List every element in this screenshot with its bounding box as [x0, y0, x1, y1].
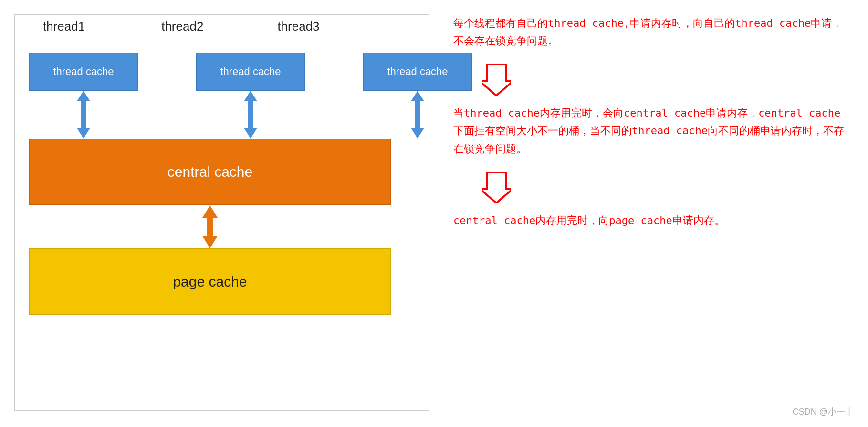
thread3-label: thread3 [277, 19, 319, 34]
red-arrow-1 [482, 64, 845, 96]
orange-arrow-container [29, 205, 391, 248]
thread-cache-box-1: thread cache [29, 53, 138, 91]
thread-labels: thread1 thread2 thread3 [29, 19, 420, 34]
central-cache-box: central cache [29, 139, 391, 205]
red-arrow-2 [482, 172, 845, 203]
thread1-label: thread1 [43, 19, 85, 34]
svg-marker-1 [482, 172, 511, 203]
red-down-arrow-icon-2 [482, 172, 511, 203]
thread2-label: thread2 [161, 19, 203, 34]
red-down-arrow-icon-1 [482, 64, 511, 96]
central-cache-description: 当thread cache内存用完时，会向central cache申请内存，c… [453, 104, 845, 158]
arrow-up-icon-1 [77, 91, 90, 101]
arrow-up-icon-3 [411, 91, 424, 101]
csdn-watermark: CSDN @小一丨 [793, 406, 854, 417]
arrow-down-icon-1 [77, 128, 90, 139]
thread-cache-description: 每个线程都有自己的thread cache,申请内存时，向自己的thread c… [453, 14, 845, 50]
thread-cache-box-2: thread cache [196, 53, 305, 91]
right-panel: 每个线程都有自己的thread cache,申请内存时，向自己的thread c… [453, 14, 845, 244]
arrow-down-icon-3 [411, 128, 424, 139]
text-section-3: central cache内存用完时，向page cache申请内存。 [453, 212, 845, 229]
page-cache-description: central cache内存用完时，向page cache申请内存。 [453, 212, 845, 229]
orange-arrow-down-icon [202, 236, 218, 248]
text-section-1: 每个线程都有自己的thread cache,申请内存时，向自己的thread c… [453, 14, 845, 50]
blue-arrows [29, 91, 472, 139]
thread-caches: thread cache thread cache thread cache [29, 53, 472, 91]
text-section-2: 当thread cache内存用完时，会向central cache申请内存，c… [453, 104, 845, 158]
arrow-down-icon-2 [244, 128, 257, 139]
blue-arrow-1 [29, 91, 138, 139]
blue-arrow-2 [196, 91, 305, 139]
orange-arrow-up-icon [202, 205, 218, 218]
page-cache-box: page cache [29, 248, 391, 315]
svg-marker-0 [482, 64, 511, 96]
arrow-up-icon-2 [244, 91, 257, 101]
